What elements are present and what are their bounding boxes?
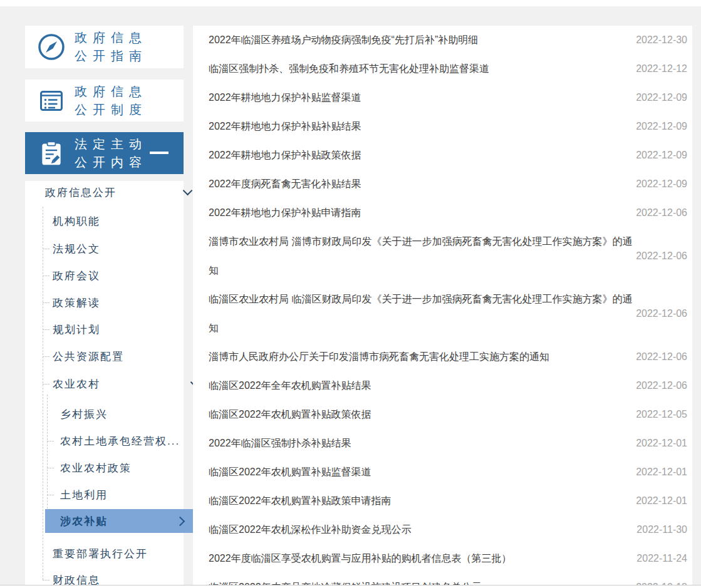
list-item-title[interactable]: 临淄区强制扑杀、强制免疫和养殖环节无害化处理补助监督渠道 [209, 54, 641, 83]
list-item-title[interactable]: 2022年临淄区养殖场户动物疫病强制免疫“先打后补”补助明细 [209, 26, 641, 54]
list-row: 2022年耕地地力保护补贴补贴结果 2022-12-09 [209, 112, 692, 141]
list-item-date: 2022-12-01 [636, 467, 687, 478]
list-item-date: 2022-12-01 [636, 495, 687, 507]
sidebar-item-label: 农村土地承包经营权... [60, 434, 180, 448]
sidebar-item-label: 土地利用 [60, 488, 108, 502]
list-row: 临淄区2022年农机购置补贴政策依据 2022-12-05 [209, 400, 692, 429]
list-item-date: 2022-12-09 [636, 92, 687, 103]
sidebar-item-label: 政策解读 [53, 296, 100, 310]
sidebar-item-label: 农业农村 [53, 377, 100, 391]
list-item-date: 2022-12-06 [636, 207, 687, 219]
sidebar-box-statutory-disclosure[interactable]: 法定主动 公开内容 [25, 132, 184, 174]
sidebar-item-regulations-documents[interactable]: 法规公文 [25, 235, 211, 262]
list-item-date: 2022-12-06 [636, 351, 687, 363]
sidebar-item-rural-revitalization[interactable]: 乡村振兴 [25, 401, 219, 427]
list-item-title[interactable]: 临淄区农业农村局 临淄区财政局印发《关于进一步加强病死畜禽无害化处理工作实施方案… [209, 285, 641, 343]
list-row: 临淄区2022年农机购置补贴政策申请指南 2022-12-01 [209, 487, 692, 515]
label-line-1: 法定主动 [75, 135, 147, 153]
chevron-down-icon [183, 186, 193, 196]
sidebar-item-label: 公共资源配置 [53, 349, 124, 364]
list-item-title[interactable]: 2022年度病死畜禽无害化补贴结果 [209, 170, 641, 199]
chevron-right-icon [175, 516, 185, 526]
list-row: 临淄区2022年全年农机购置补贴结果 2022-12-06 [209, 371, 692, 400]
list-row: 2022年临淄区养殖场户动物疫病强制免疫“先打后补”补助明细 2022-12-3… [209, 26, 692, 54]
list-item-title[interactable]: 淄博市人民政府办公厅关于印发淄博市病死畜禽无害化处理工实施方案的通知 [209, 343, 641, 371]
list-item-title[interactable]: 临淄区2022年农机购置补贴政策申请指南 [209, 487, 641, 515]
list-row: 2022年度临淄区享受农机购置与应用补贴的购机者信息表（第三批） 2022-11… [209, 544, 692, 573]
sidebar-box-info-system[interactable]: 政府信息 公开制度 [25, 80, 184, 121]
viewport-bottom-edge [0, 585, 701, 588]
compass-icon [36, 32, 67, 62]
list-item-title[interactable]: 2022年耕地地力保护补贴补贴结果 [209, 112, 641, 141]
list-row: 临淄区2022年农机购置补贴监督渠道 2022-12-01 [209, 458, 692, 487]
list-row: 临淄区强制扑杀、强制免疫和养殖环节无害化处理补助监督渠道 2022-12-12 [209, 54, 692, 83]
list-item-date: 2022-12-09 [636, 178, 687, 190]
list-item-title[interactable]: 2022年耕地地力保护补贴监督渠道 [209, 83, 641, 112]
sidebar-item-label: 农业农村政策 [60, 461, 132, 475]
sidebar-item-agency-functions[interactable]: 机构职能 [25, 208, 211, 234]
article-list-panel: 2022年临淄区养殖场户动物疫病强制免疫“先打后补”补助明细 2022-12-3… [193, 26, 692, 588]
list-row: 2022年耕地地力保护补贴监督渠道 2022-12-09 [209, 83, 692, 112]
list-item-date: 2022-12-12 [636, 63, 687, 75]
label-line-1: 政府信息 [75, 29, 147, 47]
sidebar-item-label: 法规公文 [53, 242, 100, 256]
sidebar-item-label: 涉农补贴 [60, 514, 108, 529]
list-row: 2022年度病死畜禽无害化补贴结果 2022-12-09 [209, 170, 692, 199]
sidebar-item-rural-land-contract[interactable]: 农村土地承包经营权... [25, 428, 219, 454]
list-row: 临淄区农业农村局 临淄区财政局印发《关于进一步加强病死畜禽无害化处理工作实施方案… [209, 285, 692, 343]
label-line-2: 公开制度 [75, 101, 147, 119]
sidebar-item-agriculture-policy[interactable]: 农业农村政策 [25, 455, 219, 481]
list-row: 2022年临淄区强制扑杀补贴结果 2022-12-01 [209, 429, 692, 458]
sidebar-item-gov-info-disclosure[interactable]: 政府信息公开 [25, 181, 204, 204]
sidebar-item-planning[interactable]: 规划计划 [25, 316, 211, 343]
sidebar-box-label: 政府信息 公开制度 [75, 83, 147, 119]
list-item-date: 2022-12-06 [636, 250, 687, 262]
book-icon [36, 86, 67, 116]
sidebar-item-agriculture-subsidies[interactable]: 涉农补贴 [45, 509, 199, 533]
sidebar-box-label: 法定主动 公开内容 [75, 135, 147, 172]
sidebar-item-label: 政府会议 [53, 269, 100, 283]
sidebar-nav: 政府信息公开 机构职能 法规公文 政府会议 政策解读 规划计划 公共资源配置 农… [25, 181, 184, 588]
sidebar-item-label: 机构职能 [53, 214, 100, 229]
list-row: 临淄区2022年农机深松作业补助资金兑现公示 2022-11-30 [209, 515, 692, 544]
list-item-title[interactable]: 2022年耕地地力保护补贴申请指南 [209, 199, 641, 227]
list-item-title[interactable]: 临淄区2022年农机购置补贴监督渠道 [209, 458, 641, 487]
list-item-title[interactable]: 2022年临淄区强制扑杀补贴结果 [209, 429, 641, 458]
list-item-date: 2022-11-24 [636, 553, 687, 564]
list-row: 淄博市农业农村局 淄博市财政局印发《关于进一步加强病死畜禽无害化处理工作实施方案… [209, 227, 692, 285]
label-line-2: 公开指南 [75, 47, 147, 65]
list-item-title[interactable]: 2022年耕地地力保护补贴政策依据 [209, 141, 641, 170]
list-row: 淄博市人民政府办公厅关于印发淄博市病死畜禽无害化处理工实施方案的通知 2022-… [209, 343, 692, 371]
list-item-title[interactable]: 临淄区2022年农机深松作业补助资金兑现公示 [209, 515, 641, 544]
list-item-date: 2022-11-30 [636, 524, 687, 535]
sidebar-item-label: 政府信息公开 [45, 185, 117, 200]
minus-icon[interactable] [150, 152, 169, 154]
list-item-date: 2022-12-01 [636, 438, 687, 449]
sidebar-item-policy-interpretation[interactable]: 政策解读 [25, 289, 211, 316]
list-item-title[interactable]: 临淄区2022年农机购置补贴政策依据 [209, 400, 641, 429]
sidebar-item-public-resource-allocation[interactable]: 公共资源配置 [25, 343, 211, 369]
list-row: 2022年耕地地力保护补贴政策依据 2022-12-09 [209, 141, 692, 170]
sidebar-item-label: 重要部署执行公开 [53, 547, 148, 561]
sidebar-box-info-guide[interactable]: 政府信息 公开指南 [25, 26, 184, 68]
list-item-title[interactable]: 临淄区2022年全年农机购置补贴结果 [209, 371, 641, 400]
sidebar-item-land-use[interactable]: 土地利用 [25, 482, 219, 508]
sidebar-item-label: 规划计划 [53, 322, 100, 337]
list-item-title[interactable]: 淄博市农业农村局 淄博市财政局印发《关于进一步加强病死畜禽无害化处理工作实施方案… [209, 227, 641, 285]
sidebar-item-label: 乡村振兴 [60, 407, 108, 421]
list-row: 2022年耕地地力保护补贴申请指南 2022-12-06 [209, 199, 692, 227]
sidebar-box-label: 政府信息 公开指南 [75, 29, 147, 65]
list-item-date: 2022-12-05 [636, 409, 687, 420]
list-item-date: 2022-12-06 [636, 308, 687, 319]
sidebar-item-key-deployment-disclosure[interactable]: 重要部署执行公开 [25, 540, 211, 567]
label-line-1: 政府信息 [75, 83, 147, 101]
list-item-date: 2022-12-09 [636, 150, 687, 161]
sidebar-item-government-meetings[interactable]: 政府会议 [25, 262, 211, 289]
list-item-date: 2022-12-09 [636, 121, 687, 132]
sidebar-item-agriculture-rural[interactable]: 农业农村 [25, 371, 211, 397]
list-item-date: 2022-12-06 [636, 380, 687, 391]
list-item-date: 2022-12-30 [636, 34, 687, 46]
clipboard-pen-icon [36, 140, 67, 167]
list-item-title[interactable]: 2022年度临淄区享受农机购置与应用补贴的购机者信息表（第三批） [209, 544, 641, 573]
label-line-2: 公开内容 [75, 153, 147, 172]
